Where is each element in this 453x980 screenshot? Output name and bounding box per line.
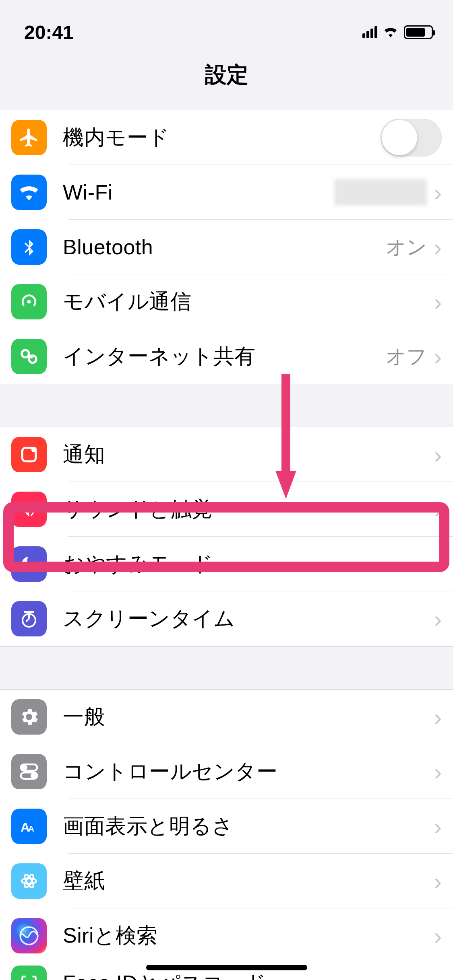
row-label: Wi-Fi bbox=[63, 180, 334, 204]
row-label: 通知 bbox=[63, 441, 434, 469]
svg-point-3 bbox=[31, 447, 37, 452]
chevron-right-icon: › bbox=[434, 343, 442, 370]
row-siri[interactable]: Siriと検索 › bbox=[0, 908, 453, 963]
chevron-right-icon: › bbox=[434, 496, 442, 523]
row-general[interactable]: 一般 › bbox=[0, 690, 453, 744]
chevron-right-icon: › bbox=[434, 605, 442, 632]
row-label: スクリーンタイム bbox=[63, 605, 434, 633]
row-label: おやすみモード bbox=[63, 550, 434, 578]
battery-icon bbox=[404, 25, 433, 39]
wallpaper-icon bbox=[11, 863, 47, 899]
sounds-icon bbox=[11, 492, 47, 527]
notifications-icon bbox=[11, 437, 47, 472]
general-icon bbox=[11, 699, 47, 735]
row-airplane[interactable]: 機内モード bbox=[0, 110, 453, 165]
row-sounds[interactable]: サウンドと触覚 › bbox=[0, 482, 453, 537]
hotspot-icon bbox=[11, 339, 47, 374]
siri-icon bbox=[11, 918, 47, 953]
settings-group-2: 通知 › サウンドと触覚 › おやすみモード › スクリーンタイム › bbox=[0, 427, 453, 646]
section-gap bbox=[0, 646, 453, 690]
svg-point-7 bbox=[31, 774, 35, 778]
row-label: 機内モード bbox=[63, 124, 381, 152]
chevron-right-icon: › bbox=[434, 288, 442, 315]
row-bluetooth[interactable]: Bluetooth オン › bbox=[0, 220, 453, 274]
display-icon: AA bbox=[11, 809, 47, 844]
row-label: モバイル通信 bbox=[63, 288, 434, 316]
status-indicators bbox=[362, 25, 433, 39]
chevron-right-icon: › bbox=[434, 179, 442, 206]
chevron-right-icon: › bbox=[434, 441, 442, 468]
status-time: 20:41 bbox=[24, 21, 74, 43]
chevron-right-icon: › bbox=[434, 813, 442, 840]
svg-point-5 bbox=[23, 766, 27, 770]
row-label: 画面表示と明るさ bbox=[63, 812, 434, 840]
chevron-right-icon: › bbox=[434, 970, 442, 980]
section-gap bbox=[0, 384, 453, 427]
wifi-icon bbox=[11, 175, 47, 210]
row-value: オフ bbox=[386, 343, 427, 370]
row-label: 一般 bbox=[63, 703, 434, 731]
home-indicator bbox=[146, 965, 307, 970]
row-screentime[interactable]: スクリーンタイム › bbox=[0, 591, 453, 646]
page-title: 設定 bbox=[0, 52, 453, 110]
chevron-right-icon: › bbox=[434, 551, 442, 578]
row-label: インターネット共有 bbox=[63, 342, 386, 371]
controlcenter-icon bbox=[11, 754, 47, 789]
row-wifi[interactable]: Wi-Fi › bbox=[0, 165, 453, 220]
row-label: Siriと検索 bbox=[63, 922, 434, 950]
airplane-icon bbox=[11, 120, 47, 155]
chevron-right-icon: › bbox=[434, 922, 442, 949]
cellular-icon bbox=[11, 284, 47, 319]
chevron-right-icon: › bbox=[434, 704, 442, 731]
row-value: オン bbox=[386, 234, 427, 261]
chevron-right-icon: › bbox=[434, 868, 442, 895]
row-label: コントロールセンター bbox=[63, 758, 434, 786]
row-notifications[interactable]: 通知 › bbox=[0, 427, 453, 482]
airplane-toggle[interactable] bbox=[381, 119, 442, 156]
row-hotspot[interactable]: インターネット共有 オフ › bbox=[0, 329, 453, 384]
bluetooth-icon bbox=[11, 229, 47, 265]
row-label: Bluetooth bbox=[63, 235, 386, 259]
row-label: サウンドと触覚 bbox=[63, 495, 434, 523]
row-label: Face IDとパスコード bbox=[63, 969, 434, 980]
chevron-right-icon: › bbox=[434, 758, 442, 785]
svg-text:A: A bbox=[28, 824, 34, 833]
row-label: 壁紙 bbox=[63, 867, 434, 895]
chevron-right-icon: › bbox=[434, 234, 442, 261]
status-bar: 20:41 bbox=[0, 0, 453, 52]
dnd-icon bbox=[11, 546, 47, 582]
cellular-signal-icon bbox=[362, 26, 377, 38]
settings-group-1: 機内モード Wi-Fi › Bluetooth オン › モバイル通信 › イン… bbox=[0, 110, 453, 384]
settings-group-3: 一般 › コントロールセンター › AA 画面表示と明るさ › 壁紙 › Sir… bbox=[0, 690, 453, 980]
row-display[interactable]: AA 画面表示と明るさ › bbox=[0, 799, 453, 854]
row-dnd[interactable]: おやすみモード › bbox=[0, 537, 453, 591]
wifi-value-redacted bbox=[334, 179, 427, 206]
row-wallpaper[interactable]: 壁紙 › bbox=[0, 854, 453, 908]
svg-point-11 bbox=[22, 878, 36, 884]
screentime-icon bbox=[11, 601, 47, 636]
row-controlcenter[interactable]: コントロールセンター › bbox=[0, 744, 453, 799]
row-cellular[interactable]: モバイル通信 › bbox=[0, 274, 453, 329]
wifi-status-icon bbox=[382, 25, 399, 39]
faceid-icon bbox=[11, 966, 47, 980]
